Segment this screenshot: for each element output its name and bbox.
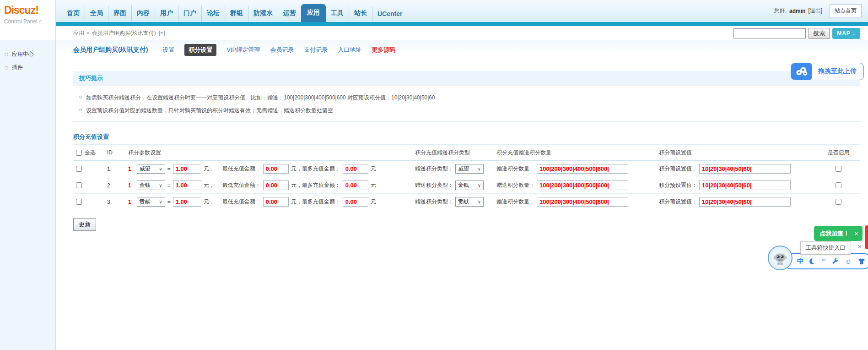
- breadcrumb-section[interactable]: 应用: [73, 30, 84, 36]
- chinese-lang-icon[interactable]: 中: [797, 258, 803, 264]
- tooltip-close-icon[interactable]: ×: [857, 242, 862, 252]
- nav-group[interactable]: 群组: [225, 5, 248, 22]
- tab-payment-records[interactable]: 支付记录: [304, 46, 328, 54]
- exchange-rate-input[interactable]: [173, 180, 201, 190]
- drag-upload-label: 拖拽至此上传: [812, 67, 863, 76]
- shirt-icon[interactable]: [858, 258, 865, 265]
- title-row: 会员用户组购买(玖讯支付) 设置 积分设置 VIP绑定管理 会员记录 支付记录 …: [73, 40, 868, 56]
- gift-type-select[interactable]: 威望∨: [455, 164, 484, 174]
- punctuation-icon[interactable]: °’: [821, 258, 825, 265]
- nav-interface[interactable]: 界面: [108, 5, 131, 22]
- gift-qty-input[interactable]: [537, 164, 628, 174]
- select-arrow-icon: ∨: [478, 166, 481, 171]
- smiley-icon[interactable]: ☺: [845, 258, 852, 265]
- row-id: 2: [107, 182, 128, 189]
- user-area: 您好, admin [退出] 站点首页: [774, 4, 862, 17]
- close-icon[interactable]: ×: [854, 230, 858, 237]
- table-header-row: 全选 ID 积分参数设置 积分充值赠送积分类型 积分充值赠送积分数量 积分预设置…: [73, 145, 860, 161]
- nav-ucenter[interactable]: UCenter: [372, 6, 407, 22]
- nav-tools[interactable]: 工具: [326, 5, 349, 22]
- breadcrumb-expand[interactable]: [+]: [159, 30, 165, 36]
- night-mode-icon[interactable]: [809, 258, 815, 264]
- row-id: 3: [107, 199, 128, 205]
- enable-checkbox[interactable]: [836, 199, 841, 205]
- nav-users[interactable]: 用户: [155, 5, 178, 22]
- edge-widget-sliver[interactable]: [865, 225, 868, 249]
- enable-checkbox[interactable]: [836, 182, 841, 188]
- home-icon: ⌂: [39, 18, 43, 25]
- select-arrow-icon: ∨: [159, 166, 162, 171]
- tab-credit-settings-active[interactable]: 积分设置: [184, 44, 216, 56]
- exchange-rate-input[interactable]: [173, 197, 201, 207]
- sidebar-item-app-center[interactable]: 应用中心: [0, 48, 55, 61]
- max-amount-input[interactable]: [343, 164, 368, 174]
- credit-type-select[interactable]: 威望∨: [137, 164, 165, 174]
- tab-member-records[interactable]: 会员记录: [270, 46, 294, 54]
- map-button[interactable]: MAP ↓: [832, 28, 860, 39]
- accelerate-button[interactable]: 点我加速！ ×: [814, 226, 863, 241]
- greeting: 您好,: [774, 7, 787, 15]
- breadcrumb-row: 应用»会员用户组购买(玖讯支付)[+] 搜索 MAP ↓: [56, 26, 868, 40]
- radio-bullet-icon: [5, 53, 8, 56]
- preset-values-input[interactable]: [699, 197, 791, 207]
- nav-home[interactable]: 首页: [62, 5, 85, 22]
- nav-operation[interactable]: 运营: [278, 5, 301, 22]
- enable-checkbox[interactable]: [836, 166, 841, 172]
- drag-upload-button[interactable]: 拖拽至此上传: [791, 63, 864, 80]
- nav-antispam[interactable]: 防灌水: [248, 5, 278, 22]
- nav-apps-active[interactable]: 应用: [301, 4, 326, 22]
- tip-item: 设置预设积分值对应的赠送数量，只针对购买预设的积分时赠送有效；无需赠送，赠送积分…: [79, 107, 854, 115]
- preset-values-input[interactable]: [699, 180, 791, 190]
- nav-content[interactable]: 内容: [131, 5, 155, 22]
- quick-toolbar: 中 °’ ☺: [783, 253, 868, 269]
- exchange-rate-input[interactable]: [173, 164, 201, 174]
- username: admin: [789, 8, 805, 14]
- sidebar-item-plugins[interactable]: 插件: [0, 61, 55, 74]
- min-amount-input[interactable]: [263, 164, 289, 174]
- max-amount-input[interactable]: [343, 180, 368, 190]
- tab-entry-address[interactable]: 入口地址: [338, 46, 361, 54]
- teal-bar: [56, 22, 868, 26]
- tab-more-source[interactable]: 更多源码: [372, 46, 395, 54]
- assistant-robot-avatar[interactable]: [768, 246, 793, 270]
- down-arrow-icon: ↓: [852, 30, 856, 37]
- preset-values-input[interactable]: [699, 164, 791, 174]
- min-amount-input[interactable]: [263, 180, 289, 190]
- select-all-checkbox[interactable]: [76, 150, 82, 156]
- nav-webmaster[interactable]: 站长: [349, 5, 372, 22]
- sidebar: 应用中心 插件: [0, 40, 55, 74]
- robot-icon: [771, 249, 789, 267]
- row-checkbox[interactable]: [76, 166, 82, 172]
- select-arrow-icon: ∨: [159, 199, 162, 204]
- site-home-button[interactable]: 站点首页: [830, 4, 862, 17]
- gift-type-select[interactable]: 金钱∨: [455, 180, 484, 190]
- search-area: 搜索 MAP ↓: [733, 28, 860, 39]
- max-amount-input[interactable]: [343, 197, 368, 207]
- search-button[interactable]: 搜索: [809, 28, 830, 39]
- nav-forum[interactable]: 论坛: [201, 5, 225, 22]
- header-params: 积分参数设置: [128, 149, 415, 157]
- logout-link[interactable]: [退出]: [808, 7, 822, 15]
- header-preset: 积分预设置值: [659, 149, 817, 157]
- row-checkbox[interactable]: [76, 199, 82, 205]
- credit-table: 全选 ID 积分参数设置 积分充值赠送积分类型 积分充值赠送积分数量 积分预设置…: [73, 145, 860, 210]
- credit-type-select[interactable]: 贡献∨: [137, 197, 165, 207]
- update-button[interactable]: 更新: [73, 218, 96, 231]
- table-row: 3 1 贡献∨ = 元， 最低充值金额： 元，最多充值金额： 元 赠送积分类型：…: [73, 194, 860, 210]
- min-amount-input[interactable]: [263, 197, 289, 207]
- wrench-icon[interactable]: [831, 257, 839, 265]
- sidebar-item-label: 插件: [12, 64, 23, 71]
- row-id: 1: [107, 166, 128, 172]
- credit-type-select[interactable]: 金钱∨: [137, 180, 165, 190]
- nav-portal[interactable]: 门户: [178, 5, 201, 22]
- gift-type-select[interactable]: 贡献∨: [455, 197, 484, 207]
- search-input[interactable]: [733, 28, 806, 38]
- row-checkbox[interactable]: [76, 182, 82, 188]
- gift-qty-input[interactable]: [537, 180, 628, 190]
- tab-vip-binding[interactable]: VIP绑定管理: [226, 46, 260, 54]
- table-row: 2 1 金钱∨ = 元， 最低充值金额： 元，最多充值金额： 元 赠送积分类型：…: [73, 177, 860, 194]
- cloud-disk-icon: [791, 63, 812, 80]
- tab-settings[interactable]: 设置: [162, 46, 174, 54]
- gift-qty-input[interactable]: [537, 197, 628, 207]
- nav-global[interactable]: 全局: [85, 5, 108, 22]
